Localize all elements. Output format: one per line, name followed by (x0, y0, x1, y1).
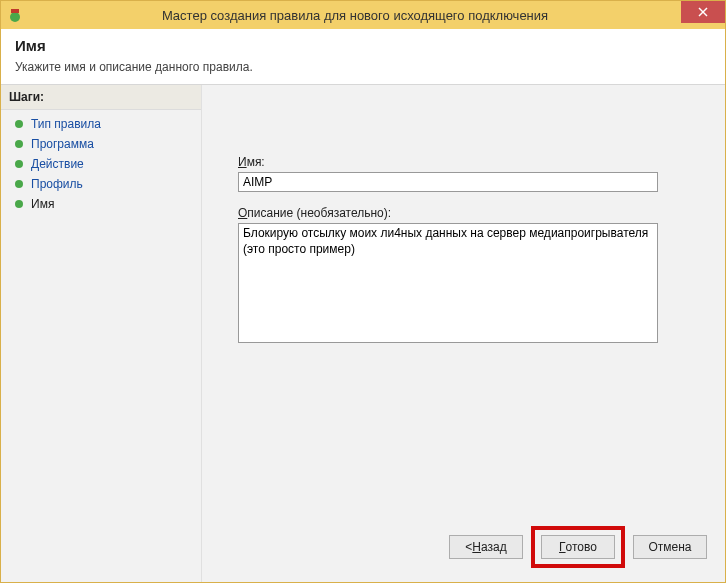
bullet-icon (15, 140, 23, 148)
steps-list: Тип правила Программа Действие Профиль И… (1, 110, 201, 214)
step-profile[interactable]: Профиль (1, 174, 201, 194)
close-button[interactable] (681, 1, 725, 23)
svg-point-0 (10, 12, 20, 22)
close-icon (698, 7, 708, 17)
step-name[interactable]: Имя (1, 194, 201, 214)
back-button[interactable]: < Назад (449, 535, 523, 559)
page-subtitle: Укажите имя и описание данного правила. (15, 60, 711, 74)
button-row: < Назад Готово Отмена (441, 526, 707, 568)
wizard-body: Шаги: Тип правила Программа Действие Про… (1, 85, 725, 582)
titlebar: Мастер создания правила для нового исход… (1, 1, 725, 29)
step-label: Профиль (31, 177, 83, 191)
step-action[interactable]: Действие (1, 154, 201, 174)
name-label-accel: И (238, 155, 247, 169)
step-program[interactable]: Программа (1, 134, 201, 154)
bullet-icon (15, 200, 23, 208)
step-rule-type[interactable]: Тип правила (1, 114, 201, 134)
cancel-label: Отмена (648, 540, 691, 554)
desc-label-rest: писание (необязательно): (247, 206, 391, 220)
name-label: Имя: (238, 155, 697, 169)
app-icon (7, 7, 23, 23)
content-pane: Имя: Описание (необязательно): < Назад Г… (202, 85, 725, 582)
desc-label-accel: О (238, 206, 247, 220)
step-label: Программа (31, 137, 94, 151)
bullet-icon (15, 160, 23, 168)
description-input[interactable] (238, 223, 658, 343)
back-accel: Н (472, 540, 481, 554)
step-label: Действие (31, 157, 84, 171)
name-label-rest: мя: (247, 155, 265, 169)
name-input[interactable] (238, 172, 658, 192)
finish-highlight: Готово (531, 526, 625, 568)
finish-rest: отово (566, 540, 597, 554)
back-arrow: < (465, 540, 472, 554)
steps-label: Шаги: (1, 85, 201, 110)
page-title: Имя (15, 37, 711, 54)
description-label: Описание (необязательно): (238, 206, 697, 220)
finish-button[interactable]: Готово (541, 535, 615, 559)
sidebar: Шаги: Тип правила Программа Действие Про… (1, 85, 202, 582)
bullet-icon (15, 120, 23, 128)
cancel-button[interactable]: Отмена (633, 535, 707, 559)
svg-rect-1 (11, 9, 19, 13)
description-field-group: Описание (необязательно): (238, 206, 697, 346)
bullet-icon (15, 180, 23, 188)
back-rest: азад (481, 540, 507, 554)
wizard-header: Имя Укажите имя и описание данного прави… (1, 29, 725, 85)
wizard-window: Мастер создания правила для нового исход… (0, 0, 726, 583)
name-field-group: Имя: (238, 155, 697, 192)
step-label: Имя (31, 197, 54, 211)
window-title: Мастер создания правила для нового исход… (29, 8, 725, 23)
step-label: Тип правила (31, 117, 101, 131)
